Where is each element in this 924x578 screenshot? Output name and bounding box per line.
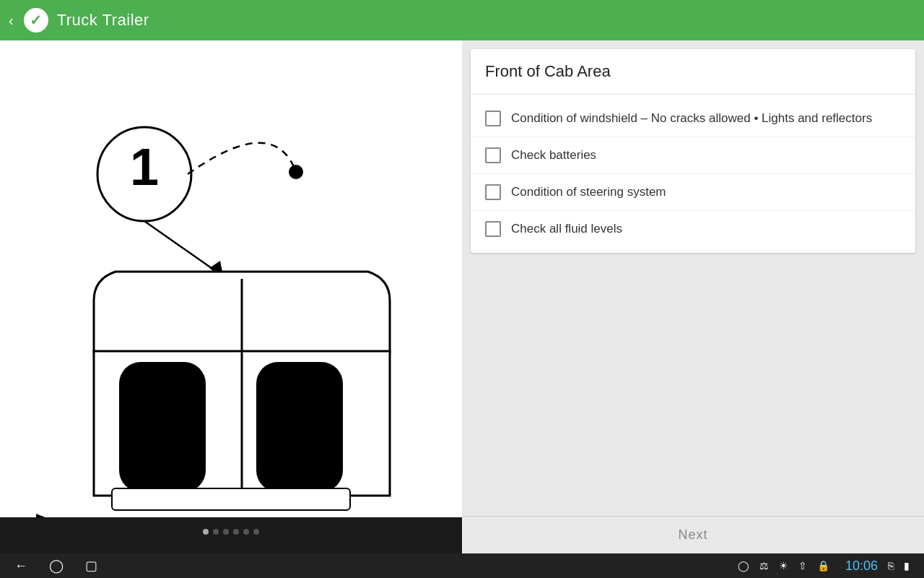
checkbox-steering[interactable] [485,184,501,200]
back-button[interactable]: ‹ [9,12,14,29]
svg-point-3 [289,165,303,179]
recents-nav-icon[interactable]: ▢ [85,558,97,574]
app-logo: ✓ [24,8,48,33]
main-content: 1 [0,40,924,553]
svg-rect-10 [256,362,343,492]
item-label-windshield: Condition of windshield – No cracks allo… [511,111,872,126]
card-title: Front of Cab Area [485,62,611,80]
nav-icons: ← ◯ ▢ [14,558,97,574]
next-button[interactable]: Next [678,527,707,543]
gallery-icon: ☀ [779,560,788,571]
card-title-bar: Front of Cab Area [471,49,915,95]
checklist-items: Condition of windshield – No cracks allo… [471,95,915,253]
upload-icon: ⇧ [798,560,807,571]
item-label-batteries: Check batteries [511,147,596,163]
wifi-icon: ⎘ [888,560,894,571]
time-display: 10:06 [845,558,878,574]
scroll-dot-6 [253,529,259,535]
scroll-dot-4 [233,529,239,535]
scroll-dot-1 [203,529,209,535]
scroll-dot-3 [223,529,229,535]
checkbox-windshield[interactable] [485,111,501,126]
system-icons: ◯ ⚖ ☀ ⇧ 🔒 10:06 ⎘ ▮ [738,558,910,574]
item-label-steering: Condition of steering system [511,184,666,200]
checkbox-fluid[interactable] [485,221,501,237]
checklist-item-steering: Condition of steering system [471,174,915,211]
svg-text:1: 1 [130,138,159,196]
usb-icon: ⚖ [759,560,769,571]
checklist-item-fluid: Check all fluid levels [471,211,915,247]
top-bar: ‹ ✓ Truck Trailer [0,0,924,40]
svg-rect-9 [119,362,206,492]
check-icon: ✓ [30,12,42,29]
app-title: Truck Trailer [57,11,149,30]
status-bar: ← ◯ ▢ ◯ ⚖ ☀ ⇧ 🔒 10:06 ⎘ ▮ [0,553,924,578]
next-bar: Next [462,516,924,553]
checkbox-batteries[interactable] [485,147,501,163]
lock-icon: 🔒 [817,560,829,571]
scroll-dot-5 [243,529,249,535]
spacer [462,262,924,516]
svg-rect-12 [112,488,350,510]
scroll-dot-2 [213,529,219,535]
diagram-image: 1 [0,40,462,517]
diagram-scroll-indicator [0,517,462,546]
battery-icon: ▮ [904,560,910,571]
android-icon: ◯ [738,560,749,571]
diagram-panel: 1 [0,40,462,553]
checklist-card: Front of Cab Area Condition of windshiel… [471,49,915,253]
checklist-item-windshield: Condition of windshield – No cracks allo… [471,100,915,137]
item-label-fluid: Check all fluid levels [511,221,622,237]
right-panel: Front of Cab Area Condition of windshiel… [462,40,924,553]
back-nav-icon[interactable]: ← [14,558,27,574]
home-nav-icon[interactable]: ◯ [49,558,64,574]
checklist-item-batteries: Check batteries [471,137,915,174]
